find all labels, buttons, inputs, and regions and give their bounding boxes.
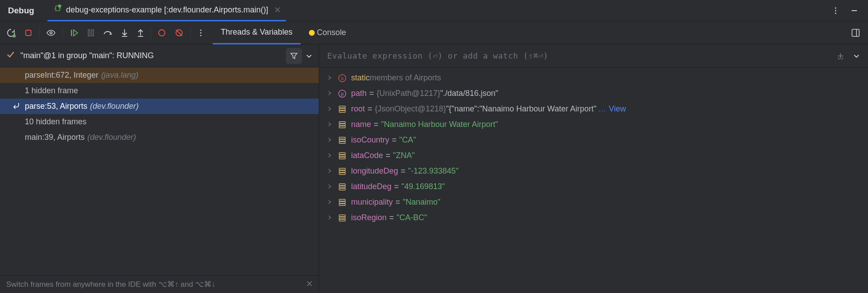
variable-row[interactable]: root = {JsonObject@1218} "{"name":"Nanai…: [319, 101, 868, 117]
expand-icon[interactable]: [327, 166, 333, 176]
close-hint-icon[interactable]: [306, 280, 313, 289]
svg-rect-28: [339, 142, 345, 143]
variable-type: {UnixPath@1217}: [377, 89, 440, 98]
run-config-tab[interactable]: debug-exceptions-example [:dev.flounder.…: [47, 0, 286, 21]
expand-icon[interactable]: [327, 198, 333, 207]
svg-rect-37: [339, 188, 345, 190]
variable-row[interactable]: iataCode = "ZNA": [319, 148, 868, 163]
variable-kind-icon: [338, 121, 347, 128]
svg-rect-5: [26, 30, 31, 36]
frame-text: main:39, Airports: [25, 133, 85, 142]
warning-indicator-icon: 🟡: [309, 30, 315, 36]
view-breakpoints-icon[interactable]: [157, 28, 166, 37]
stop-icon[interactable]: [24, 28, 33, 37]
variable-row[interactable]: longitudeDeg = "-123.933845": [319, 163, 868, 179]
window-controls: [832, 7, 868, 15]
svg-point-0: [58, 4, 61, 7]
frame-text: parse:53, Airports: [25, 102, 87, 111]
variable-value: "Nanaimo Harbour Water Airport": [381, 120, 498, 129]
svg-rect-43: [339, 219, 345, 221]
hint-text: Switch frames from anywhere in the IDE w…: [6, 280, 215, 289]
variable-row[interactable]: isoCountry = "CA": [319, 132, 868, 148]
variable-kind-icon: [338, 183, 347, 190]
variable-row[interactable]: ppath = {UnixPath@1217} "./data/816.json…: [319, 86, 868, 101]
svg-rect-34: [339, 173, 345, 174]
close-icon[interactable]: [274, 7, 281, 13]
more-icon[interactable]: [832, 7, 840, 15]
svg-rect-39: [339, 202, 345, 203]
debug-title: Debug: [8, 6, 34, 16]
chevron-down-icon[interactable]: [853, 52, 860, 59]
variable-row[interactable]: latitudeDeg = "49.169813": [319, 179, 868, 194]
minimize-icon[interactable]: [850, 7, 858, 15]
svg-point-12: [200, 29, 202, 31]
frame-text: parseInt:672, Integer: [25, 71, 98, 80]
frame-row[interactable]: parse:53, Airports(dev.flounder): [0, 99, 319, 114]
tab-console[interactable]: 🟡 Console: [301, 21, 354, 44]
expand-icon[interactable]: [327, 89, 333, 98]
show-execution-icon[interactable]: [46, 28, 56, 37]
thread-status[interactable]: "main"@1 in group "main": RUNNING: [20, 51, 286, 60]
variable-type: {JsonObject@1218}: [375, 104, 446, 114]
mute-breakpoints-icon[interactable]: [174, 28, 184, 38]
variable-kind-icon: [338, 152, 347, 159]
variable-name: latitudeDeg: [351, 182, 391, 191]
hint-bar: Switch frames from anywhere in the IDE w…: [0, 275, 319, 293]
variable-row[interactable]: sstatic members of Airports: [319, 70, 868, 86]
layout-settings-icon[interactable]: [851, 28, 860, 37]
pause-icon[interactable]: [87, 29, 95, 37]
expand-icon[interactable]: [327, 182, 333, 191]
svg-rect-25: [339, 126, 345, 128]
step-out-icon[interactable]: [137, 28, 145, 37]
svg-rect-22: [339, 111, 345, 112]
svg-rect-40: [339, 204, 345, 206]
svg-rect-23: [339, 122, 345, 123]
expand-icon[interactable]: [327, 135, 333, 145]
rerun-icon[interactable]: [6, 28, 16, 38]
variable-name: name: [351, 120, 371, 129]
variable-row[interactable]: municipality = "Nanaimo": [319, 194, 868, 210]
expand-icon[interactable]: [327, 73, 333, 83]
svg-text:s: s: [341, 75, 344, 81]
svg-rect-31: [339, 157, 345, 159]
expand-icon[interactable]: [327, 104, 333, 114]
more-actions-icon[interactable]: [197, 29, 205, 37]
svg-rect-21: [339, 108, 345, 110]
svg-point-13: [200, 32, 202, 33]
chevron-down-icon[interactable]: [305, 52, 313, 59]
variable-name: municipality: [351, 198, 393, 207]
frame-row[interactable]: main:39, Airports(dev.flounder): [0, 130, 319, 145]
variables-list: sstatic members of Airportsppath = {Unix…: [319, 67, 868, 293]
svg-rect-7: [71, 30, 72, 36]
variable-value: "ZNA": [393, 151, 415, 160]
svg-point-10: [159, 30, 165, 36]
variable-row[interactable]: name = "Nanaimo Harbour Water Airport": [319, 117, 868, 132]
resume-icon[interactable]: [69, 28, 79, 38]
frame-row[interactable]: parseInt:672, Integer(java.lang): [0, 67, 319, 83]
svg-rect-35: [339, 184, 345, 186]
variable-kind-icon: s: [338, 74, 347, 82]
variables-header: Evaluate expression (⏎) or add a watch (…: [319, 44, 868, 67]
svg-rect-38: [339, 199, 345, 201]
ellipsis-link[interactable]: …: [598, 104, 606, 114]
expand-icon[interactable]: [327, 120, 333, 129]
step-into-icon[interactable]: [121, 28, 129, 37]
frame-row[interactable]: 10 hidden frames: [0, 114, 319, 130]
svg-rect-27: [339, 139, 345, 141]
filter-button[interactable]: [286, 48, 302, 64]
step-over-icon[interactable]: [103, 29, 113, 37]
svg-point-4: [13, 34, 16, 37]
svg-point-3: [835, 12, 837, 14]
variable-value: "Nanaimo": [403, 198, 441, 207]
frame-row[interactable]: 1 hidden frame: [0, 83, 319, 99]
tab-threads-variables[interactable]: Threads & Variables: [213, 21, 301, 44]
svg-rect-24: [339, 124, 345, 126]
add-watch-icon[interactable]: [836, 51, 845, 60]
evaluate-input[interactable]: Evaluate expression (⏎) or add a watch (…: [327, 51, 836, 60]
frames-list: parseInt:672, Integer(java.lang)1 hidden…: [0, 67, 319, 275]
variable-row[interactable]: isoRegion = "CA-BC": [319, 210, 868, 226]
expand-icon[interactable]: [327, 151, 333, 160]
view-link[interactable]: View: [609, 104, 626, 114]
expand-icon[interactable]: [327, 213, 333, 222]
variable-kind-icon: [338, 168, 347, 175]
